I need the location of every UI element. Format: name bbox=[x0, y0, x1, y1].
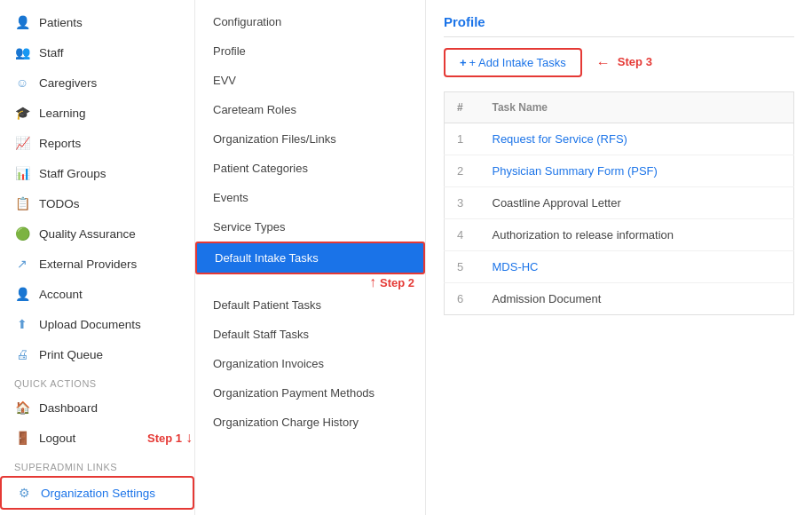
task-row-num: 6 bbox=[445, 283, 480, 315]
menu-item-evv[interactable]: EVV bbox=[195, 66, 425, 95]
staff-groups-icon: 📊 bbox=[14, 166, 30, 180]
task-row-num: 1 bbox=[445, 123, 480, 155]
task-row-name: Admission Document bbox=[480, 283, 794, 315]
dashboard-icon: 🏠 bbox=[14, 400, 30, 415]
task-row-name[interactable]: MDS-HC bbox=[480, 251, 794, 283]
sidebar-item-external-providers[interactable]: ↗ External Providers bbox=[0, 249, 194, 279]
task-row-name[interactable]: Request for Service (RFS) bbox=[480, 123, 794, 155]
menu-item-org-charge-history[interactable]: Organization Charge History bbox=[195, 408, 425, 437]
table-row: 3Coastline Approval Letter bbox=[445, 187, 794, 219]
menu-item-default-staff-tasks[interactable]: Default Staff Tasks bbox=[195, 320, 425, 349]
quality-icon: 🟢 bbox=[14, 226, 30, 241]
sidebar-item-staff[interactable]: 👥 Staff bbox=[0, 37, 194, 67]
table-row: 5MDS-HC bbox=[445, 251, 794, 283]
col-header-task: Task Name bbox=[480, 92, 794, 123]
sidebar-item-print-queue[interactable]: 🖨 Print Queue bbox=[0, 339, 194, 369]
col-header-num: # bbox=[445, 92, 480, 123]
task-table: # Task Name 1Request for Service (RFS)2P… bbox=[444, 91, 794, 315]
task-row-name: Coastline Approval Letter bbox=[480, 187, 794, 219]
menu-item-events[interactable]: Events bbox=[195, 183, 425, 212]
add-btn-container: + + Add Intake Tasks ← Step 3 bbox=[444, 48, 794, 77]
sidebar-item-quality-assurance[interactable]: 🟢 Quality Assurance bbox=[0, 218, 194, 249]
task-row-num: 3 bbox=[445, 187, 480, 219]
menu-item-org-files[interactable]: Organization Files/Links bbox=[195, 124, 425, 154]
menu-item-patient-categories[interactable]: Patient Categories bbox=[195, 154, 425, 183]
profile-tab[interactable]: Profile bbox=[444, 14, 485, 29]
step1-arrow: ↓ bbox=[185, 430, 193, 446]
step3-label: Step 3 bbox=[618, 55, 652, 68]
step2-label: Step 2 bbox=[380, 276, 414, 289]
print-icon: 🖨 bbox=[14, 347, 30, 361]
reports-icon: 📈 bbox=[14, 136, 30, 150]
middle-panel: Configuration Profile EVV Careteam Roles… bbox=[195, 0, 426, 515]
quick-actions-label: Quick Actions bbox=[0, 369, 194, 392]
menu-item-service-types[interactable]: Service Types bbox=[195, 212, 425, 242]
staff-icon: 👥 bbox=[14, 45, 30, 59]
menu-item-profile[interactable]: Profile bbox=[195, 36, 425, 66]
task-row-num: 2 bbox=[445, 155, 480, 187]
account-icon: 👤 bbox=[14, 287, 30, 301]
sidebar-item-todos[interactable]: 📋 TODOs bbox=[0, 188, 194, 218]
sidebar-item-account[interactable]: 👤 Account bbox=[0, 279, 194, 309]
menu-item-org-payment-methods[interactable]: Organization Payment Methods bbox=[195, 378, 425, 408]
table-header-row: # Task Name bbox=[445, 92, 794, 123]
sidebar-item-reports[interactable]: 📈 Reports bbox=[0, 128, 194, 158]
menu-item-careteam-roles[interactable]: Careteam Roles bbox=[195, 95, 425, 124]
menu-item-default-intake-tasks[interactable]: Default Intake Tasks bbox=[195, 242, 425, 274]
table-row: 6Admission Document bbox=[445, 283, 794, 315]
sidebar-item-caregivers[interactable]: ☺ Caregivers bbox=[0, 67, 194, 98]
sidebar-item-dashboard[interactable]: 🏠 Dashboard bbox=[0, 392, 194, 423]
step2-arrow: ↑ bbox=[369, 274, 376, 290]
menu-item-configuration[interactable]: Configuration bbox=[195, 7, 425, 36]
external-providers-icon: ↗ bbox=[14, 257, 30, 271]
plus-icon: + bbox=[460, 56, 467, 69]
main-content: Configuration Profile EVV Careteam Roles… bbox=[195, 0, 812, 515]
learning-icon: 🎓 bbox=[14, 106, 30, 120]
add-intake-tasks-button[interactable]: + + Add Intake Tasks bbox=[444, 48, 582, 77]
menu-item-default-patient-tasks[interactable]: Default Patient Tasks bbox=[195, 290, 425, 320]
step3-arrow: ← bbox=[596, 55, 611, 71]
task-row-num: 4 bbox=[445, 219, 480, 251]
org-settings-icon: ⚙ bbox=[16, 486, 32, 500]
caregivers-icon: ☺ bbox=[14, 75, 30, 90]
upload-icon: ⬆ bbox=[14, 317, 30, 331]
sidebar-item-patients[interactable]: 👤 Patients bbox=[0, 7, 194, 37]
sidebar-item-staff-groups[interactable]: 📊 Staff Groups bbox=[0, 158, 194, 188]
step3-container: ← Step 3 bbox=[596, 55, 652, 71]
sidebar-item-logout[interactable]: 🚪 Logout bbox=[0, 423, 144, 453]
sidebar: 👤 Patients 👥 Staff ☺ Caregivers 🎓 Learni… bbox=[0, 0, 195, 515]
patients-icon: 👤 bbox=[14, 15, 30, 29]
sidebar-item-learning[interactable]: 🎓 Learning bbox=[0, 98, 194, 128]
table-row: 1Request for Service (RFS) bbox=[445, 123, 794, 155]
task-row-num: 5 bbox=[445, 251, 480, 283]
right-panel: Profile + + Add Intake Tasks ← Step 3 # … bbox=[426, 0, 812, 515]
table-row: 4Authorization to release information bbox=[445, 219, 794, 251]
logout-icon: 🚪 bbox=[14, 431, 30, 445]
step1-label: Step 1 bbox=[147, 432, 182, 445]
sidebar-item-upload-documents[interactable]: ⬆ Upload Documents bbox=[0, 309, 194, 339]
sidebar-item-org-settings[interactable]: ⚙ Organization Settings bbox=[0, 476, 194, 510]
task-row-name[interactable]: Physician Summary Form (PSF) bbox=[480, 155, 794, 187]
superadmin-label: Superadmin Links bbox=[0, 453, 194, 476]
table-row: 2Physician Summary Form (PSF) bbox=[445, 155, 794, 187]
menu-item-org-invoices[interactable]: Organization Invoices bbox=[195, 349, 425, 378]
task-row-name: Authorization to release information bbox=[480, 219, 794, 251]
todos-icon: 📋 bbox=[14, 196, 30, 210]
